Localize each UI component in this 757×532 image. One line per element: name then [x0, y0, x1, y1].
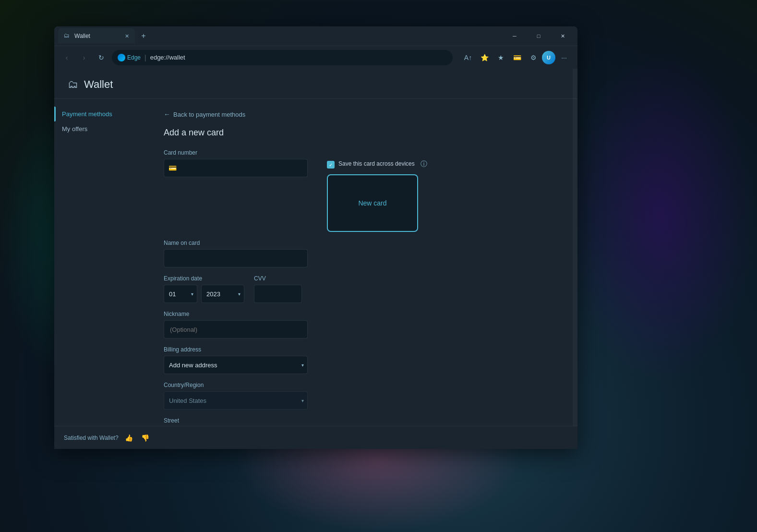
feedback-bar: Satisfied with Wallet? 👍 👎 — [54, 426, 577, 449]
street-label: Street — [164, 417, 564, 424]
expiration-selects: 01 02 03 04 05 06 07 08 09 — [164, 285, 244, 303]
browser-window: 🗂 Wallet ✕ + ─ □ ✕ ‹ › ↻ Edge | edge://w… — [54, 26, 577, 449]
main-layout: Payment methods My offers ← Back to paym… — [54, 99, 577, 449]
billing-address-select-wrap: Add new address ▾ — [164, 356, 308, 374]
card-number-input-wrap: 💳 — [164, 159, 308, 177]
address-url: edge://wallet — [150, 54, 185, 61]
toolbar-icons: A↑ ⭐ ★ 💳 ⚙ U ··· — [460, 50, 572, 65]
checkbox-check-icon: ✓ — [329, 162, 333, 168]
tab-favicon: 🗂 — [64, 32, 72, 40]
wallet-header-icon: 🗂 — [68, 78, 78, 91]
refresh-button[interactable]: ↻ — [95, 51, 108, 64]
card-preview-text: New card — [358, 199, 386, 207]
maximize-button[interactable]: □ — [528, 28, 550, 44]
window-controls: ─ □ ✕ — [504, 28, 574, 44]
favorites-icon[interactable]: ⭐ — [477, 50, 492, 65]
close-button[interactable]: ✕ — [552, 28, 574, 44]
read-aloud-icon[interactable]: A↑ — [460, 50, 476, 65]
wallet-header-title: Wallet — [84, 78, 113, 91]
back-button[interactable]: ‹ — [60, 51, 73, 64]
profile-icon[interactable]: U — [542, 51, 555, 64]
sidebar-item-payment-methods[interactable]: Payment methods — [54, 107, 150, 121]
address-input[interactable]: Edge | edge://wallet — [112, 50, 453, 65]
wallet-toolbar-icon[interactable]: 💳 — [509, 50, 525, 65]
card-number-label: Card number — [164, 149, 308, 156]
nickname-group: Nickname — [164, 311, 564, 339]
cvv-input[interactable] — [254, 285, 302, 303]
form-sections: Card number 💳 ✓ Save this c — [164, 149, 564, 445]
card-number-group: Card number 💳 — [164, 149, 308, 177]
expiration-group: Expiration date 01 02 03 04 05 — [164, 275, 244, 303]
wallet-header: 🗂 Wallet — [54, 69, 577, 99]
cvv-label: CVV — [254, 275, 302, 282]
nickname-input[interactable] — [164, 320, 308, 339]
year-select[interactable]: 2023 2024 2025 2026 2027 — [201, 285, 244, 303]
sidebar-item-my-offers[interactable]: My offers — [54, 121, 150, 136]
address-bar: ‹ › ↻ Edge | edge://wallet A↑ ⭐ ★ 💳 ⚙ U … — [54, 46, 577, 69]
billing-address-select[interactable]: Add new address — [164, 356, 308, 374]
edge-logo-icon — [118, 54, 125, 61]
billing-address-group: Billing address Add new address ▾ — [164, 346, 564, 374]
name-on-card-label: Name on card — [164, 240, 564, 246]
settings-more-icon[interactable]: ··· — [556, 50, 572, 65]
page-content: 🗂 Wallet Payment methods My offers ← Bac… — [54, 69, 577, 449]
browser-essentials-icon[interactable]: ⚙ — [526, 50, 541, 65]
year-select-wrap: 2023 2024 2025 2026 2027 ▾ — [201, 285, 244, 303]
name-on-card-group: Name on card — [164, 240, 564, 267]
content-area: ← Back to payment methods Add a new card… — [150, 99, 577, 449]
collections-icon[interactable]: ★ — [493, 50, 508, 65]
month-select-wrap: 01 02 03 04 05 06 07 08 09 — [164, 285, 197, 303]
minimize-button[interactable]: ─ — [504, 28, 526, 44]
nickname-label: Nickname — [164, 311, 564, 317]
thumbs-up-button[interactable]: 👍 — [123, 432, 135, 444]
forward-button[interactable]: › — [77, 51, 91, 64]
back-link-text: Back to payment methods — [173, 111, 245, 118]
expiration-label: Expiration date — [164, 275, 244, 282]
country-group: Country/Region United States ▾ — [164, 382, 564, 410]
sidebar-item-payment-methods-label: Payment methods — [62, 110, 112, 118]
cvv-group: CVV — [254, 275, 302, 303]
back-arrow-icon: ← — [164, 110, 170, 118]
edge-label: Edge — [127, 54, 141, 61]
active-tab[interactable]: 🗂 Wallet ✕ — [58, 28, 135, 44]
billing-address-label: Billing address — [164, 346, 564, 353]
sidebar: Payment methods My offers — [54, 99, 150, 449]
new-tab-button[interactable]: + — [137, 29, 150, 43]
tab-close-button[interactable]: ✕ — [125, 33, 129, 39]
country-label: Country/Region — [164, 382, 564, 388]
card-preview: New card — [327, 174, 418, 232]
tab-title: Wallet — [74, 33, 90, 39]
edge-logo: Edge — [118, 54, 141, 61]
back-to-payment-methods-link[interactable]: ← Back to payment methods — [164, 110, 564, 118]
sidebar-item-my-offers-label: My offers — [62, 125, 87, 133]
thumbs-down-button[interactable]: 👎 — [140, 432, 151, 444]
card-number-icon: 💳 — [168, 164, 177, 172]
title-bar: 🗂 Wallet ✕ + ─ □ ✕ — [54, 26, 577, 46]
card-number-input[interactable] — [164, 159, 308, 177]
tab-strip: 🗂 Wallet ✕ + — [58, 28, 150, 44]
card-number-row: Card number 💳 ✓ Save this c — [164, 149, 564, 232]
feedback-text: Satisfied with Wallet? — [64, 435, 119, 441]
month-select[interactable]: 01 02 03 04 05 06 07 08 09 — [164, 285, 197, 303]
address-separator: | — [144, 54, 146, 61]
country-select-wrap: United States ▾ — [164, 391, 308, 410]
save-card-info-icon[interactable]: ⓘ — [421, 160, 427, 169]
expiration-cvv-row: Expiration date 01 02 03 04 05 — [164, 275, 564, 303]
save-card-label: Save this card across devices — [338, 160, 415, 168]
country-select[interactable]: United States — [164, 391, 308, 410]
name-on-card-input[interactable] — [164, 249, 308, 267]
save-option-row: ✓ Save this card across devices ⓘ — [327, 160, 427, 169]
form-title: Add a new card — [164, 128, 564, 138]
right-column: ✓ Save this card across devices ⓘ New ca… — [327, 149, 427, 232]
save-card-checkbox[interactable]: ✓ — [327, 161, 335, 169]
scroll-track — [573, 99, 577, 449]
